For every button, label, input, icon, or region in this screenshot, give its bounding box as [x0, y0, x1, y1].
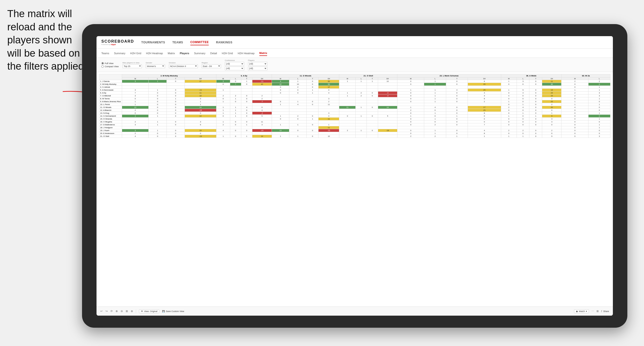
subnav-h2h-heatmap2[interactable]: H2H Heatmap	[238, 51, 254, 56]
table-row: 7. O Mitchell 30018 2202 120-4 0104 4002…	[99, 94, 610, 97]
watch-label: Watch	[579, 310, 585, 313]
subnav-matrix[interactable]: Matrix	[168, 51, 175, 56]
cell: 0	[241, 83, 252, 86]
cell: 9	[542, 115, 562, 118]
nav-committee[interactable]: COMMITTEE	[190, 39, 209, 45]
subnav-detail[interactable]: Detail	[210, 51, 217, 56]
expand-icon[interactable]: ⊞	[126, 310, 128, 313]
cell	[339, 121, 356, 123]
cell	[378, 83, 398, 86]
conference-select2[interactable]: (All)	[225, 66, 244, 70]
cell: 0	[530, 83, 542, 86]
nav-rankings[interactable]: RANKINGS	[216, 40, 232, 45]
undo-icon[interactable]: ↩	[100, 310, 102, 313]
zoom-icon[interactable]: ⊖	[121, 310, 123, 313]
cell: 0	[562, 86, 588, 89]
cell: 1	[122, 100, 149, 103]
cell	[367, 123, 378, 126]
cell: 1	[149, 89, 167, 92]
save-custom-button[interactable]: 💾 Save Custom View	[162, 310, 184, 313]
cell: 1	[356, 129, 367, 132]
region-select[interactable]: East - DII	[202, 64, 221, 68]
sh-t1: T	[166, 78, 184, 80]
players-select[interactable]: (All)	[248, 62, 267, 66]
cell: 3	[122, 115, 149, 118]
sh-d1: Dif	[184, 78, 216, 80]
cell: 2	[122, 132, 149, 135]
cell	[356, 121, 367, 123]
more-icon[interactable]: ⋯	[592, 310, 594, 313]
cell: 0	[516, 132, 530, 135]
sh-t6: T	[530, 78, 542, 80]
search-icon[interactable]: ⊕	[116, 310, 118, 313]
watch-button[interactable]: ◉ Watch ▾	[574, 309, 589, 313]
cell: 0	[446, 97, 468, 100]
redo-icon[interactable]: ↪	[106, 310, 108, 313]
cell: 0	[122, 97, 149, 100]
compact-view-radio[interactable]	[101, 65, 104, 68]
cell: 0	[307, 123, 318, 126]
cell: 0	[446, 121, 468, 123]
share-button[interactable]: ⤴ Share	[601, 310, 609, 313]
cell	[318, 121, 339, 123]
division-select[interactable]: NCAA Division II	[169, 64, 198, 68]
cell	[230, 132, 241, 135]
players-select2[interactable]: (All)	[248, 66, 267, 70]
subnav-h2h-grid[interactable]: H2H Grid	[130, 51, 141, 56]
subnav-teams[interactable]: Teams	[101, 51, 109, 56]
subnav-h2h-heatmap[interactable]: H2H Heatmap	[146, 51, 163, 56]
cell: 46	[542, 83, 562, 86]
cell: 0	[446, 100, 468, 103]
table-row: 1. J Garcia 31027 301-11 41050 11110 010…	[99, 80, 610, 83]
cell: 1	[562, 89, 588, 92]
cell: 0	[446, 109, 468, 112]
cell	[398, 86, 424, 89]
cell: 4	[216, 129, 230, 132]
cell: 0	[230, 135, 241, 138]
subnav-matrix2[interactable]: Matrix	[260, 51, 267, 56]
gender-select[interactable]: Women's	[146, 64, 165, 68]
cell	[318, 106, 339, 109]
full-view-radio[interactable]	[101, 62, 104, 65]
max-players-select[interactable]: Top 25	[122, 64, 142, 68]
sh-d5: Dif	[468, 78, 501, 80]
cell: 0	[588, 109, 610, 112]
player-name: 7. O Mitchell	[99, 94, 122, 97]
player-name: 5. A Nomrowski	[99, 89, 122, 92]
cell: 4	[289, 103, 306, 106]
cell	[122, 126, 149, 129]
cell: 50	[318, 80, 339, 83]
cell: 4	[468, 92, 501, 94]
view-original-button[interactable]: 👁 View: Original	[139, 309, 159, 313]
cell: -19	[184, 135, 216, 138]
subnav-h2h-grid2[interactable]: H2H Grid	[222, 51, 233, 56]
grid-icon[interactable]: ⊞	[596, 310, 599, 313]
sh-l3: L	[289, 78, 306, 80]
cell: 0	[307, 83, 318, 86]
cell: 0	[398, 80, 424, 83]
cell	[367, 97, 378, 100]
cell: 0	[446, 92, 468, 94]
subnav-summary2[interactable]: Summary	[194, 51, 205, 56]
cell: 0	[307, 86, 318, 89]
cell	[468, 103, 501, 106]
cell	[241, 132, 252, 135]
cell: 1	[424, 83, 446, 86]
nav-tournaments[interactable]: TOURNAMENTS	[142, 40, 165, 45]
conference-select[interactable]: (All)	[225, 62, 244, 66]
cell: 3	[122, 129, 149, 132]
cell: 2	[588, 80, 610, 83]
cell: 0	[241, 115, 252, 118]
subnav-summary[interactable]: Summary	[114, 51, 125, 56]
nav-teams[interactable]: TEAMS	[172, 40, 183, 45]
cell: 1	[588, 112, 610, 115]
subnav-players[interactable]: Players	[180, 51, 189, 56]
cell: 0	[562, 123, 588, 126]
compact-view-option[interactable]: Compact View	[101, 65, 119, 68]
settings-icon[interactable]: ⊛	[131, 310, 133, 313]
cell: 1	[184, 103, 216, 106]
cell: 0	[562, 118, 588, 121]
refresh-icon[interactable]: ⟳	[110, 310, 113, 313]
cell: 1	[184, 100, 216, 103]
full-view-option[interactable]: Full View	[101, 62, 119, 65]
